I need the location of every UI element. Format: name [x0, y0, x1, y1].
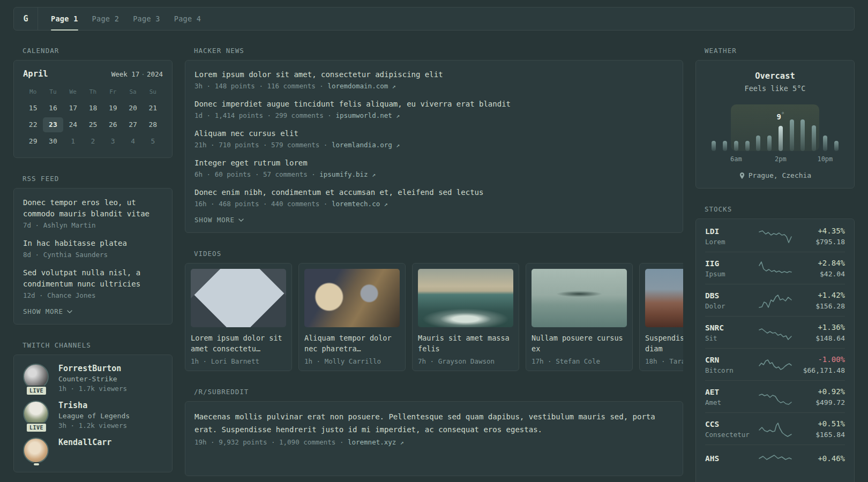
stock-row: IIG Ipsum +2.84% $42.04 [705, 252, 845, 284]
story-source-link[interactable]: loremtech.co [332, 200, 380, 208]
stock-sparkline [758, 292, 793, 308]
twitch-section-title: TWITCH CHANNELS [23, 341, 173, 349]
temperature-bar [834, 141, 839, 151]
story-meta: 21h · 710 points · 579 comments · loreml… [194, 141, 674, 149]
rss-item-title[interactable]: Donec tempor eros leo, ut commodo mauris… [23, 197, 163, 220]
video-thumbnail[interactable] [304, 269, 400, 327]
videos-section: VIDEOS Lorem ipsum dolor sit amet consec… [185, 250, 683, 371]
temperature-bar-slot [786, 119, 797, 151]
video-thumbnail[interactable] [645, 269, 683, 327]
story-title[interactable]: Lorem ipsum dolor sit amet, consectetur … [194, 69, 674, 80]
twitch-widget: LIVE ForrestBurton Counter-Strike 1h · 1… [13, 355, 173, 472]
avatar: LIVE [23, 364, 50, 393]
stock-symbol: AET [705, 388, 758, 396]
story-title[interactable]: Donec imperdiet augue tincidunt felis al… [194, 99, 674, 110]
calendar-day: 25 [83, 117, 103, 132]
video-title[interactable]: Nullam posuere cursus ex [532, 333, 627, 354]
video-card[interactable]: Suspendisse venenatis diam 18h · Tara Wa… [639, 263, 683, 371]
live-badge: LIVE [26, 423, 47, 433]
temperature-bar-slot [797, 119, 809, 151]
rss-item-title[interactable]: Sed volutpat nulla nisl, a condimentum n… [23, 267, 163, 290]
rss-show-more-button[interactable]: SHOW MORE [23, 307, 163, 315]
hackernews-item: Integer eget rutrum lorem 6h · 60 points… [194, 157, 674, 178]
story-title[interactable]: Aliquam nec cursus elit [194, 128, 674, 139]
video-card[interactable]: Nullam posuere cursus ex 17h · Stefan Co… [526, 263, 633, 371]
external-link-icon: ↗ [392, 82, 396, 90]
page-tab[interactable]: Page 2 [92, 7, 119, 30]
post-title[interactable]: Maecenas mollis pulvinar erat non posuer… [194, 410, 674, 436]
channel-viewers: 1h · 1.7k viewers [58, 385, 127, 393]
calendar-day: 26 [103, 117, 123, 132]
app-logo[interactable]: G [14, 7, 38, 30]
video-title[interactable]: Suspendisse venenatis diam [645, 333, 683, 354]
video-card[interactable]: Mauris sit amet massa felis 7h · Grayson… [412, 263, 519, 371]
hackernews-show-more-button[interactable]: SHOW MORE [194, 216, 674, 224]
channel-name[interactable]: KendallCarr [58, 438, 111, 447]
post-source-link[interactable]: loremnet.xyz [348, 438, 396, 446]
story-source-link[interactable]: ipsumify.biz [319, 170, 368, 178]
stock-row: DBS Dolor +1.42% $156.28 [705, 284, 845, 316]
rss-item: In hac habitasse platea 8d · Cynthia Sau… [23, 238, 163, 259]
video-list: Lorem ipsum dolor sit amet consectetu… 1… [185, 263, 683, 371]
video-title[interactable]: Lorem ipsum dolor sit amet consectetu… [191, 333, 286, 354]
temperature-bar [712, 141, 716, 151]
stock-name: Ipsum [705, 270, 758, 278]
stock-price: $795.18 [793, 238, 845, 246]
hackernews-item: Donec enim nibh, condimentum et accumsan… [194, 187, 674, 208]
weekday-label: Th [83, 86, 103, 100]
twitch-channel[interactable]: LIVE ForrestBurton Counter-Strike 1h · 1… [23, 364, 163, 393]
stock-change: -1.00% [793, 355, 845, 364]
video-card[interactable]: Lorem ipsum dolor sit amet consectetu… 1… [185, 263, 292, 371]
story-source-link[interactable]: loremdomain.com [327, 82, 388, 90]
calendar-day: 27 [123, 117, 143, 132]
video-thumbnail[interactable] [191, 269, 286, 327]
calendar-day: 2 [83, 134, 103, 149]
page-tab[interactable]: Page 3 [133, 7, 160, 30]
stock-change: +4.35% [793, 227, 845, 235]
stock-sparkline [758, 228, 793, 244]
story-source-link[interactable]: ipsumworld.net [335, 111, 392, 119]
page-tab[interactable]: Page 4 [174, 7, 201, 30]
stock-change: +1.36% [793, 323, 845, 332]
stock-price: $148.64 [793, 334, 845, 342]
stock-sparkline [758, 421, 793, 437]
story-title[interactable]: Donec enim nibh, condimentum et accumsan… [194, 187, 674, 198]
temperature-bar [790, 119, 794, 151]
channel-game: League of Legends [58, 412, 130, 420]
external-link-icon: ↗ [372, 171, 376, 178]
calendar-day: 17 [63, 101, 83, 116]
temperature-bar [767, 135, 772, 151]
twitch-channel[interactable]: LIVE Trisha League of Legends 3h · 1.2k … [23, 401, 163, 430]
subreddit-section-title: /R/SUBREDDIT [194, 388, 683, 396]
twitch-channel[interactable]: KendallCarr [23, 438, 163, 463]
temperature-bar-slot [720, 141, 731, 151]
stock-symbol: IIG [705, 259, 758, 268]
stock-price: $165.84 [793, 431, 845, 439]
channel-game: Counter-Strike [58, 375, 127, 383]
weather-feels-like: Feels like 5°C [705, 84, 845, 93]
stock-sparkline [758, 325, 793, 341]
twitch-section: TWITCH CHANNELS LIVE ForrestBurton Count… [13, 341, 173, 472]
story-source-link[interactable]: loremlandia.org [332, 141, 392, 149]
hackernews-item: Donec imperdiet augue tincidunt felis al… [194, 99, 674, 119]
calendar-day: 20 [123, 101, 143, 116]
stock-row: SNRC Sit +1.36% $148.64 [705, 316, 845, 348]
hackernews-list: Lorem ipsum dolor sit amet, consectetur … [194, 69, 674, 208]
weekday-label: Su [143, 86, 163, 100]
temperature-bar [779, 126, 783, 151]
calendar-day: 18 [83, 101, 103, 116]
video-title[interactable]: Aliquam tempor dolor nec pharetra… [304, 333, 400, 354]
temperature-bar [734, 141, 738, 151]
video-thumbnail[interactable] [532, 269, 627, 327]
channel-name[interactable]: Trisha [58, 401, 130, 410]
channel-name[interactable]: ForrestBurton [58, 364, 127, 373]
video-thumbnail[interactable] [418, 269, 513, 327]
rss-item-title[interactable]: In hac habitasse platea [23, 238, 163, 249]
story-title[interactable]: Integer eget rutrum lorem [194, 157, 674, 169]
calendar-day: 3 [103, 134, 123, 149]
video-card[interactable]: Aliquam tempor dolor nec pharetra… 1h · … [298, 263, 406, 371]
video-title[interactable]: Mauris sit amet massa felis [418, 333, 513, 354]
temperature-bar-slot [775, 126, 787, 151]
page-tab[interactable]: Page 1 [51, 7, 78, 30]
stock-row: AHS +0.46% [705, 445, 845, 473]
